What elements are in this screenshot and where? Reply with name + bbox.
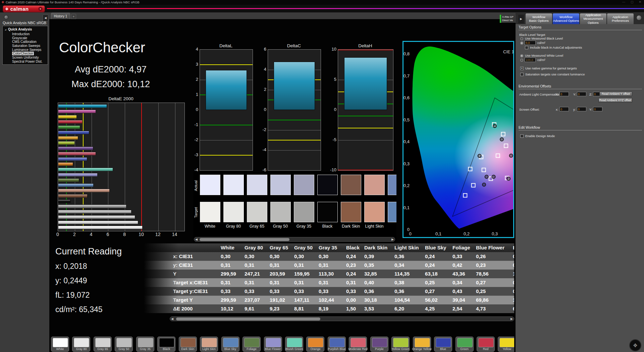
- table-header-gray-65: Gray 65: [268, 243, 293, 252]
- page-title: ColorChecker: [59, 40, 145, 56]
- patch-button-white[interactable]: White: [51, 337, 69, 352]
- swatch-scrollbar[interactable]: ◀▶: [194, 237, 395, 242]
- read-ambient-y-button[interactable]: Read Ambient Y offset: [599, 92, 632, 96]
- limit-line-red: [338, 170, 393, 170]
- tab-workflow-advanced-options[interactable]: WorkflowAdvanced Options: [553, 13, 579, 24]
- patch-button-yellow-green[interactable]: Yellow Green: [391, 337, 410, 352]
- sidebar-item-cms-calibration[interactable]: CMS Calibration: [3, 40, 48, 44]
- checkbox-native-gamma[interactable]: ✕: [520, 67, 524, 70]
- options-round-button[interactable]: [636, 15, 642, 20]
- tick-label: -6: [258, 167, 266, 172]
- screen-x-input[interactable]: [559, 107, 569, 111]
- cie-chromaticity-diagram: 0,80,70,60,50,40,30,20,1000,10,20,3 CIE …: [402, 41, 514, 238]
- read-ambient-xyz-button[interactable]: Read Ambient XYZ offset: [598, 98, 632, 103]
- calman-corner-button[interactable]: ❖: [629, 339, 641, 351]
- patch-button-red[interactable]: Red: [477, 337, 495, 352]
- patch-swatch-orange-yellow: [415, 338, 430, 347]
- sidebar-item-luminance-sweeps[interactable]: Luminance Sweeps: [3, 48, 48, 52]
- chevron-down-icon[interactable]: ▾: [38, 7, 43, 11]
- deltae-tick-label: 10: [137, 232, 145, 237]
- cell-foliage-x-cie31: 0,33: [451, 252, 475, 261]
- patch-button-dark-skin[interactable]: Dark Skin: [179, 337, 197, 352]
- patch-label-moderate-red: Moderate Red: [348, 347, 368, 351]
- tab-application-measurement-options[interactable]: ApplicationMeasurement Options: [580, 13, 606, 24]
- patch-button-moderate-red[interactable]: Moderate Red: [349, 337, 367, 352]
- tick-label: 0: [258, 107, 266, 112]
- patch-button-green[interactable]: Green: [455, 337, 474, 352]
- table-horizontal-scrollbar[interactable]: ◀▶: [170, 316, 514, 321]
- screen-bigy-input[interactable]: [593, 107, 602, 111]
- scroll-left-icon[interactable]: ◀: [171, 317, 173, 321]
- swatch-scrollbar-thumb[interactable]: [200, 238, 289, 241]
- patch-button-yellow[interactable]: Yellow: [498, 337, 514, 352]
- screen-y-input[interactable]: [577, 107, 586, 111]
- calman-menu-button[interactable]: ❖ calman ▾: [3, 5, 45, 12]
- patch-button-purplish-blue[interactable]: Purplish Blue: [328, 337, 346, 352]
- radio-use-measured-black[interactable]: [520, 37, 523, 40]
- scroll-right-icon[interactable]: ▶: [511, 317, 513, 321]
- checkbox-saturation-luminance[interactable]: [520, 73, 524, 76]
- tab-workflow-basic-options[interactable]: WorkflowBasic Options: [526, 13, 552, 24]
- white-level-unit: cd/m²: [537, 58, 545, 62]
- sidebar-round-button[interactable]: [4, 15, 8, 19]
- patch-button-orange[interactable]: Orange: [306, 337, 324, 352]
- tab-history-1[interactable]: History 1: [51, 13, 70, 19]
- scroll-right-icon[interactable]: ▶: [391, 238, 394, 241]
- cell-gray-35--e-2000: 8,19: [317, 304, 345, 313]
- actual-swatch-white: [200, 175, 220, 195]
- checkbox-enable-design-mode[interactable]: [520, 134, 524, 138]
- patch-button-gray-35[interactable]: Gray 35: [136, 337, 154, 352]
- divider: [519, 30, 642, 30]
- cell-gray-35-target-y: 102,44: [317, 296, 345, 304]
- tree-root-label[interactable]: Quick Analysis: [8, 27, 32, 31]
- maximize-icon[interactable]: ▢: [631, 0, 634, 4]
- deltae-tick-label: 4: [87, 232, 95, 237]
- patch-button-gray-65[interactable]: Gray 65: [94, 337, 112, 352]
- table-scrollbar-thumb[interactable]: [176, 317, 320, 320]
- patch-button-gray-80[interactable]: Gray 80: [72, 337, 90, 352]
- patch-button-blue-sky[interactable]: Blue Sky: [221, 337, 239, 352]
- deltae-chart-title: DeltaE 2000: [58, 96, 184, 101]
- patch-button-gray-50[interactable]: Gray 50: [115, 337, 133, 352]
- scroll-left-icon[interactable]: ◀: [195, 238, 198, 241]
- tree-expander-icon[interactable]: ◢: [5, 28, 6, 31]
- sidebar-collapse-button[interactable]: ◀: [43, 14, 48, 21]
- cell-light-skin-target-y: 104,54: [393, 296, 424, 304]
- table-header-dark-skin: Dark Skin: [363, 243, 393, 252]
- tab-application-preferences[interactable]: ApplicationPreferences: [607, 13, 634, 24]
- cell-foliage--e-2000: 2,54: [451, 304, 475, 313]
- patch-button-blue-flower[interactable]: Blue Flower: [264, 337, 282, 352]
- patch-button-foliage[interactable]: Foliage: [243, 337, 261, 352]
- patch-button-purple[interactable]: Purple: [370, 337, 388, 352]
- patch-button-light-skin[interactable]: Light Skin: [200, 337, 218, 352]
- meter-status-chip[interactable]: X-Rite i1P Direct Vie: [500, 15, 516, 23]
- cell-dark-skin-target-y-cie31: 0,36: [363, 287, 393, 296]
- patch-button-blue[interactable]: Blue: [434, 337, 452, 352]
- ambient-y-input[interactable]: [577, 92, 586, 96]
- patch-button-black[interactable]: Black: [157, 337, 175, 352]
- radio-manual-white[interactable]: [520, 59, 523, 62]
- sidebar-item-colorchecker[interactable]: ColorChecker: [3, 52, 48, 56]
- sidebar-item-screen-uniformity[interactable]: Screen Uniformity: [3, 56, 48, 60]
- ambient-x-input[interactable]: [559, 92, 569, 96]
- sidebar-item-spectral-power-dist-[interactable]: Spectral Power Dist.: [3, 60, 48, 64]
- white-level-input[interactable]: [525, 58, 536, 62]
- black-level-input[interactable]: [525, 41, 536, 45]
- cell-white-y: 299,59: [219, 270, 243, 278]
- panel-expand-button[interactable]: ▶: [518, 15, 524, 23]
- sidebar-item-saturation-sweeps[interactable]: Saturation Sweeps: [3, 44, 48, 48]
- cell-white-target-y-cie31: 0,33: [219, 287, 243, 296]
- close-icon[interactable]: ✕: [639, 0, 641, 4]
- patch-button-orange-yellow[interactable]: Orange Yellow: [413, 337, 431, 352]
- sidebar-item-introduction[interactable]: Introduction: [3, 32, 48, 36]
- minimize-icon[interactable]: —: [622, 0, 625, 4]
- radio-manual-black[interactable]: [520, 42, 523, 45]
- patch-button-bluish-green[interactable]: Bluish Green: [285, 337, 303, 352]
- cell-gray-65--e-2000: 9,23: [268, 304, 293, 313]
- table-header-blue-flower: Blue Flower: [475, 243, 512, 252]
- deltae-bar-blue-sky: [58, 183, 94, 187]
- radio-use-measured-white[interactable]: [520, 54, 523, 57]
- sidebar-item-grayscale[interactable]: Grayscale: [3, 36, 48, 40]
- checkbox-include-black-autocal[interactable]: [525, 46, 528, 49]
- add-tab-button[interactable]: +: [71, 14, 76, 19]
